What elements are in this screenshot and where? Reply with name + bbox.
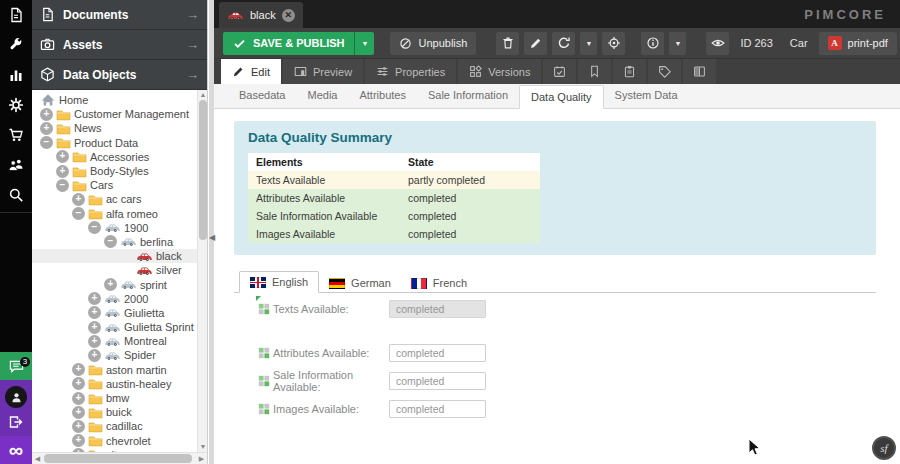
strip-button-gear[interactable] xyxy=(0,90,32,120)
strip-button-search[interactable] xyxy=(0,180,32,210)
tree-item-home[interactable]: Home xyxy=(32,93,207,107)
language-tab-german[interactable]: German xyxy=(319,273,401,293)
tree-item-gulietta-sprint-specia[interactable]: +Gulietta Sprint Specia xyxy=(32,320,207,334)
tree-expander-plus-icon[interactable]: + xyxy=(88,335,101,348)
tree-expander-plus-icon[interactable]: + xyxy=(104,278,117,291)
tree-item-sprint[interactable]: +sprint xyxy=(32,277,207,291)
tree-item-buick[interactable]: +buick xyxy=(32,405,207,419)
open-object-tab[interactable]: black ✕ xyxy=(219,2,303,28)
tree-item-customer-management[interactable]: +Customer Management xyxy=(32,107,207,121)
tab-calendar-check[interactable] xyxy=(543,59,576,84)
delete-button[interactable] xyxy=(496,32,519,55)
info-button[interactable] xyxy=(641,32,664,55)
tree-item-product-data[interactable]: −Product Data xyxy=(32,136,207,150)
unpublish-button[interactable]: Unpublish xyxy=(390,32,476,55)
panel-splitter[interactable]: ◀ xyxy=(208,0,214,464)
tree-item-news[interactable]: +News xyxy=(32,121,207,135)
tree-item-berlina[interactable]: −berlina xyxy=(32,235,207,249)
tree-item-cadillac[interactable]: +cadillac xyxy=(32,419,207,433)
tree-expander-plus-icon[interactable]: + xyxy=(72,377,85,390)
print-pdf-button[interactable]: A print-pdf xyxy=(819,32,897,55)
tree-item-chevrolet[interactable]: +chevrolet xyxy=(32,434,207,448)
tree-item-1900[interactable]: −1900 xyxy=(32,221,207,235)
tree-expander-plus-icon[interactable]: + xyxy=(56,150,69,163)
subtab-data-quality[interactable]: Data Quality xyxy=(519,85,604,109)
tree-expander-minus-icon[interactable]: − xyxy=(56,179,69,192)
accordion-assets[interactable]: Assets→ xyxy=(32,30,207,60)
tree-expander-plus-icon[interactable]: + xyxy=(72,406,85,419)
vscroll-thumb[interactable] xyxy=(199,100,207,240)
tree-item-montreal[interactable]: +Montreal xyxy=(32,334,207,348)
logout-button[interactable] xyxy=(0,412,32,432)
tree-item-accessories[interactable]: +Accessories xyxy=(32,150,207,164)
language-tab-english[interactable]: English xyxy=(239,271,319,293)
tree-item-ac-cars[interactable]: +ac cars xyxy=(32,192,207,206)
tree-expander-plus-icon[interactable]: + xyxy=(88,321,101,334)
user-avatar[interactable] xyxy=(5,386,27,408)
save-publish-button[interactable]: SAVE & PUBLISH ▼ xyxy=(223,32,374,55)
strip-button-cart[interactable] xyxy=(0,120,32,150)
tree-expander-plus-icon[interactable]: + xyxy=(40,108,53,121)
tree-expander-minus-icon[interactable]: − xyxy=(104,235,117,248)
tab-preview[interactable]: Preview xyxy=(283,59,363,84)
accordion-documents[interactable]: Documents→ xyxy=(32,0,207,30)
subtab-sale-information[interactable]: Sale Information xyxy=(417,84,519,108)
tree-expander-plus-icon[interactable]: + xyxy=(72,434,85,447)
field-input[interactable] xyxy=(389,372,486,390)
tree-expander-minus-icon[interactable]: − xyxy=(88,221,101,234)
field-input[interactable] xyxy=(389,400,486,418)
tab-clipboard[interactable] xyxy=(613,59,646,84)
tree-expander-plus-icon[interactable]: + xyxy=(88,292,101,305)
rename-button[interactable] xyxy=(524,32,547,55)
tree-item-austin-healey[interactable]: +austin-healey xyxy=(32,377,207,391)
scroll-right-arrow[interactable]: ▶ xyxy=(196,453,207,464)
tree-item-body-styles[interactable]: +Body-Styles xyxy=(32,164,207,178)
tree-item-giulietta[interactable]: +Giulietta xyxy=(32,306,207,320)
tree-expander-plus-icon[interactable]: + xyxy=(72,363,85,376)
subtab-system-data[interactable]: System Data xyxy=(604,84,689,108)
tab-properties[interactable]: Properties xyxy=(365,59,456,84)
tree-expander-minus-icon[interactable]: − xyxy=(40,136,53,149)
field-input[interactable] xyxy=(389,344,486,362)
scroll-left-arrow[interactable]: ◀ xyxy=(32,453,43,464)
strip-button-users[interactable] xyxy=(0,150,32,180)
tree-item-2000[interactable]: +2000 xyxy=(32,292,207,306)
strip-button-wrench[interactable] xyxy=(0,30,32,60)
reload-button[interactable] xyxy=(552,32,575,55)
subtab-media[interactable]: Media xyxy=(296,84,348,108)
close-tab-icon[interactable]: ✕ xyxy=(282,9,295,22)
strip-button-file[interactable] xyxy=(0,0,32,30)
tree-item-black[interactable]: black xyxy=(32,249,207,263)
tree-horizontal-scrollbar[interactable]: ◀ ▶ xyxy=(32,452,207,464)
scroll-up-arrow[interactable]: ▲ xyxy=(198,90,207,100)
tree-item-spider[interactable]: +Spider xyxy=(32,348,207,362)
tab-versions[interactable]: Versions xyxy=(458,59,541,84)
subtab-attributes[interactable]: Attributes xyxy=(348,84,416,108)
tree-expander-plus-icon[interactable]: + xyxy=(88,306,101,319)
open-preview-button[interactable] xyxy=(706,32,729,55)
tree-expander-minus-icon[interactable]: − xyxy=(72,207,85,220)
tree-item-aston-martin[interactable]: +aston martin xyxy=(32,363,207,377)
debug-toolbar-badge[interactable]: sf xyxy=(872,436,896,460)
notifications-button[interactable]: 3 xyxy=(0,352,32,380)
tree-expander-plus-icon[interactable]: + xyxy=(56,165,69,178)
hscroll-thumb[interactable] xyxy=(44,454,192,463)
language-tab-french[interactable]: French xyxy=(401,273,477,293)
tree-expander-plus-icon[interactable]: + xyxy=(72,193,85,206)
tree-item-silver[interactable]: silver xyxy=(32,263,207,277)
collapse-sidebar-arrow[interactable]: ◀ xyxy=(209,228,215,248)
tab-edit[interactable]: Edit xyxy=(221,59,281,84)
tree-expander-plus-icon[interactable]: + xyxy=(72,392,85,405)
field-input[interactable] xyxy=(389,300,486,318)
strip-button-bar-chart[interactable] xyxy=(0,60,32,90)
accordion-data-objects[interactable]: Data Objects→ xyxy=(32,60,207,90)
tree-vertical-scrollbar[interactable]: ▲ ▼ xyxy=(197,90,207,452)
info-options-caret[interactable]: ▼ xyxy=(669,32,686,55)
reload-options-caret[interactable]: ▼ xyxy=(580,32,597,55)
tab-book[interactable] xyxy=(683,59,716,84)
tree-expander-plus-icon[interactable]: + xyxy=(40,122,53,135)
tab-bookmark[interactable] xyxy=(578,59,611,84)
save-options-caret[interactable]: ▼ xyxy=(354,32,374,55)
tree-item-cars[interactable]: −Cars xyxy=(32,178,207,192)
tree-expander-plus-icon[interactable]: + xyxy=(88,349,101,362)
